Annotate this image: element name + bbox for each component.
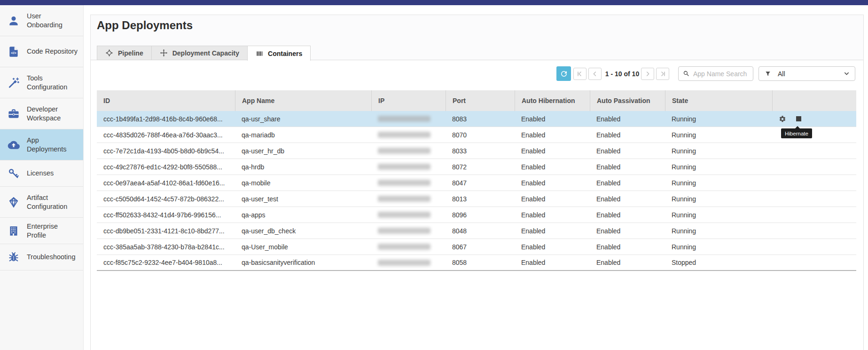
table-row[interactable]: ccc-ff502633-8432-41d4-97b6-996156... qa…	[97, 207, 856, 223]
redacted-ip-value	[378, 228, 430, 234]
cell-ip	[371, 143, 446, 159]
bars-icon	[256, 50, 263, 57]
cell-app-name: qa-apps	[235, 207, 371, 223]
cell-auto-hibernation: Enabled	[515, 127, 590, 143]
cell-port: 8072	[446, 159, 515, 175]
tab-bar: Pipeline Deployment Capacity Containers	[97, 46, 310, 61]
redacted-ip-value	[378, 260, 430, 266]
cell-state: Stopped	[665, 255, 772, 270]
sidebar-item-developer-workspace[interactable]: Developer Workspace	[0, 98, 83, 129]
table-row[interactable]: ccc-0e97aea4-a5af-4102-86a1-fd60e16... q…	[97, 175, 856, 191]
last-page-button[interactable]	[656, 68, 669, 80]
redacted-ip-value	[378, 132, 430, 138]
search-icon	[683, 70, 690, 77]
cell-actions	[772, 207, 856, 223]
column-header	[772, 90, 856, 111]
sidebar-item-code-repository[interactable]: </> Code Repository	[0, 36, 83, 67]
table-row[interactable]: ccc-7e72c1da-4193-4b05-b8d0-6b9c54... qa…	[97, 143, 856, 159]
cell-ip	[371, 175, 446, 191]
hibernate-stop-icon[interactable]	[796, 116, 801, 121]
cell-actions	[772, 143, 856, 159]
cell-state: Running	[665, 223, 772, 239]
cell-id: ccc-ff502633-8432-41d4-97b6-996156...	[97, 207, 235, 223]
cell-port: 8058	[446, 255, 515, 270]
cell-app-name: qa-user_test	[235, 191, 371, 207]
chevron-left-icon	[591, 70, 599, 78]
sidebar-item-app-deployments[interactable]: App Deployments	[0, 129, 83, 160]
table-row[interactable]: ccc-db9be051-2331-4121-8c10-8bd277... qa…	[97, 223, 856, 239]
refresh-icon	[560, 70, 568, 78]
cell-auto-hibernation: Enabled	[515, 191, 590, 207]
tab-pipeline[interactable]: Pipeline	[97, 46, 152, 60]
previous-page-button[interactable]	[588, 68, 602, 80]
cell-actions	[772, 159, 856, 175]
tab-deployment-capacity[interactable]: Deployment Capacity	[151, 46, 248, 60]
column-header: Port	[446, 90, 515, 111]
sidebar-item-user-onboarding[interactable]: User Onboarding	[0, 5, 83, 36]
cell-state: Running	[665, 143, 772, 159]
sidebar-item-licenses[interactable]: Licenses	[0, 160, 83, 187]
cell-port: 8070	[446, 127, 515, 143]
sidebar-item-tools-configuration[interactable]: Tools Configuration	[0, 67, 83, 98]
cell-actions	[772, 255, 856, 270]
refresh-button[interactable]	[556, 66, 571, 81]
containers-table: IDApp NameIPPortAuto HibernationAuto Pas…	[97, 90, 856, 271]
filter-selected-value: All	[778, 70, 837, 78]
diamond-icon	[8, 196, 20, 208]
cell-id: ccc-f85c75c2-9232-4ee7-b404-9810a8...	[97, 255, 235, 270]
tab-containers[interactable]: Containers	[247, 46, 311, 61]
cell-auto-passivation: Enabled	[590, 127, 665, 143]
cell-port: 8096	[446, 207, 515, 223]
sidebar-item-label: Code Repository	[27, 47, 78, 56]
redacted-ip-value	[378, 244, 430, 250]
cell-auto-hibernation: Enabled	[515, 111, 590, 127]
search-input[interactable]	[693, 70, 747, 78]
chevron-down-icon	[843, 70, 850, 77]
building-icon	[8, 225, 20, 237]
cell-app-name: qa-basicsanityverification	[235, 255, 371, 270]
tab-label: Pipeline	[118, 49, 143, 57]
pagination-count: 1 - 10 of 10	[603, 70, 641, 78]
table-row[interactable]: ccc-385aa5ab-3788-4230-b78a-b2841c... qa…	[97, 239, 856, 255]
redacted-ip-value	[378, 116, 430, 122]
chevron-right-icon	[644, 70, 651, 78]
cell-port: 8083	[446, 111, 515, 127]
table-row[interactable]: ccc-f85c75c2-9232-4ee7-b404-9810a8... qa…	[97, 255, 856, 271]
sidebar-item-enterprise-profile[interactable]: Enterprise Profile	[0, 218, 83, 244]
cell-app-name: qa-mobile	[235, 175, 371, 191]
column-header: State	[665, 90, 772, 111]
filter-select[interactable]: All	[759, 66, 855, 81]
hibernate-tooltip: Hibernate	[781, 128, 812, 138]
first-page-button[interactable]	[573, 68, 586, 80]
settings-gear-icon[interactable]	[779, 115, 786, 123]
cell-auto-passivation: Enabled	[590, 191, 665, 207]
cell-auto-passivation: Enabled	[590, 223, 665, 239]
pipeline-icon	[105, 49, 113, 57]
cell-state: Running	[665, 111, 772, 127]
cell-auto-passivation: Enabled	[590, 159, 665, 175]
cell-port: 8067	[446, 239, 515, 255]
cell-auto-passivation: Enabled	[590, 175, 665, 191]
sidebar-item-label: Licenses	[27, 169, 78, 178]
cell-state: Running	[665, 127, 772, 143]
sidebar-item-label: Tools Configuration	[27, 74, 78, 92]
cell-id: ccc-c5050d64-1452-4c57-872b-086322...	[97, 191, 235, 207]
sidebar-item-artifact-configuration[interactable]: Artifact Configuration	[0, 187, 83, 218]
bug-icon	[8, 251, 20, 263]
sidebar-item-troubleshooting[interactable]: Troubleshooting	[0, 244, 83, 270]
table-row[interactable]: ccc-c5050d64-1452-4c57-872b-086322... qa…	[97, 191, 856, 207]
briefcase-icon	[8, 108, 20, 120]
column-header: Auto Passivation	[590, 90, 665, 111]
cell-port: 8013	[446, 191, 515, 207]
app-name-search-box	[678, 66, 753, 81]
cell-actions	[772, 239, 856, 255]
table-row[interactable]: ccc-4835d026-788f-46ea-a76d-30aac3... qa…	[97, 127, 856, 143]
cell-auto-hibernation: Enabled	[515, 255, 590, 270]
sidebar-item-label: User Onboarding	[27, 12, 78, 30]
tab-label: Containers	[268, 50, 302, 57]
column-header: IP	[371, 90, 446, 111]
sidebar-item-label: Enterprise Profile	[27, 222, 78, 240]
next-page-button[interactable]	[641, 68, 654, 80]
table-row[interactable]: ccc-1b499fa1-2d98-416b-8c4b-960e68... qa…	[97, 111, 856, 127]
table-row[interactable]: ccc-49c27876-ed1c-4292-b0f8-550588... qa…	[97, 159, 856, 175]
